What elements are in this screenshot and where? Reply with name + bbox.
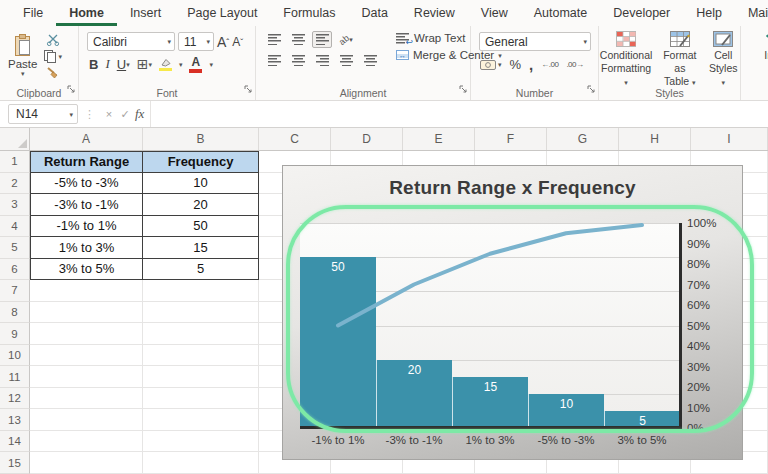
row-header-13[interactable]: 13 <box>0 409 30 431</box>
cell-A14[interactable] <box>30 431 143 453</box>
tab-file[interactable]: File <box>10 2 56 26</box>
font-size-select[interactable]: 11▾ <box>178 32 214 51</box>
orientation-button[interactable]: ab▾ <box>336 31 356 48</box>
tab-data[interactable]: Data <box>348 2 400 26</box>
cell-A2[interactable]: -5% to -3% <box>30 173 143 195</box>
middle-align-button[interactable] <box>288 31 308 48</box>
cell-B15[interactable] <box>143 452 259 474</box>
column-header-F[interactable]: F <box>475 128 547 150</box>
cell-A11[interactable] <box>30 366 143 388</box>
increase-font-size-button[interactable]: Aˆ <box>217 34 229 50</box>
cell-B13[interactable] <box>143 409 259 431</box>
tab-mailings[interactable]: Mailings <box>735 2 768 26</box>
column-header-I[interactable]: I <box>691 128 768 150</box>
column-header-B[interactable]: B <box>143 128 259 150</box>
cell-styles-button[interactable]: Cell Styles ▾ <box>706 31 740 88</box>
column-header-D[interactable]: D <box>331 128 403 150</box>
cell-B3[interactable]: 20 <box>143 194 259 216</box>
tab-formulas[interactable]: Formulas <box>270 2 348 26</box>
italic-button[interactable]: I <box>105 56 109 72</box>
tab-insert[interactable]: Insert <box>117 2 174 26</box>
row-header-5[interactable]: 5 <box>0 237 30 259</box>
conditional-formatting-button[interactable]: Conditional Formatting ▾ <box>599 31 653 88</box>
decrease-decimal-button[interactable]: .00→ <box>566 60 583 69</box>
enter-icon[interactable]: ✓ <box>117 108 133 121</box>
row-header-1[interactable]: 1 <box>0 151 30 173</box>
align-center-button[interactable] <box>288 52 308 69</box>
row-header-2[interactable]: 2 <box>0 173 30 195</box>
bold-button[interactable]: B <box>89 57 98 72</box>
column-header-E[interactable]: E <box>403 128 475 150</box>
cell-A10[interactable] <box>30 345 143 367</box>
row-header-3[interactable]: 3 <box>0 194 30 216</box>
decrease-indent-button[interactable] <box>336 52 356 69</box>
cell-B14[interactable] <box>143 431 259 453</box>
cell-B11[interactable] <box>143 366 259 388</box>
increase-indent-button[interactable] <box>360 52 380 69</box>
tab-home[interactable]: Home <box>56 2 117 26</box>
insert-function-button[interactable]: fx <box>135 106 144 122</box>
column-header-C[interactable]: C <box>259 128 331 150</box>
tab-page-layout[interactable]: Page Layout <box>174 2 270 26</box>
insert-cells-button[interactable]: Inser ▾ <box>764 31 768 69</box>
comma-style-button[interactable]: , <box>529 56 533 73</box>
cell-A3[interactable]: -3% to -1% <box>30 194 143 216</box>
cell-B2[interactable]: 10 <box>143 173 259 195</box>
clipboard-dialog-launcher[interactable] <box>67 79 75 97</box>
column-header-G[interactable]: G <box>547 128 619 150</box>
cut-button[interactable] <box>43 33 62 46</box>
row-header-15[interactable]: 15 <box>0 452 30 474</box>
cell-B12[interactable] <box>143 388 259 410</box>
underline-button[interactable]: U▾ <box>117 57 130 72</box>
cell-B7[interactable] <box>143 280 259 302</box>
cell-B4[interactable]: 50 <box>143 216 259 238</box>
row-header-4[interactable]: 4 <box>0 216 30 238</box>
cell-B8[interactable] <box>143 302 259 324</box>
name-box[interactable]: N14▾ <box>8 104 78 124</box>
font-name-select[interactable]: Calibri▾ <box>87 32 175 51</box>
align-left-button[interactable] <box>264 52 284 69</box>
top-align-button[interactable] <box>264 31 284 48</box>
row-header-14[interactable]: 14 <box>0 431 30 453</box>
increase-decimal-button[interactable]: ←.00 <box>541 60 558 69</box>
cell-B5[interactable]: 15 <box>143 237 259 259</box>
number-format-select[interactable]: General▾ <box>479 32 591 51</box>
formula-input[interactable] <box>150 101 768 127</box>
row-header-6[interactable]: 6 <box>0 259 30 281</box>
row-header-12[interactable]: 12 <box>0 388 30 410</box>
cell-B6[interactable]: 5 <box>143 259 259 281</box>
cell-A5[interactable]: 1% to 3% <box>30 237 143 259</box>
font-color-button[interactable]: A <box>189 56 202 73</box>
cell-A7[interactable] <box>30 280 143 302</box>
row-header-9[interactable]: 9 <box>0 323 30 345</box>
cell-A8[interactable] <box>30 302 143 324</box>
tab-review[interactable]: Review <box>401 2 468 26</box>
cell-B1[interactable]: Frequency <box>143 151 259 173</box>
cancel-icon[interactable]: × <box>101 108 117 120</box>
cell-A9[interactable] <box>30 323 143 345</box>
format-as-table-button[interactable]: Format as Table ▾ <box>657 31 702 88</box>
formula-bar-grip[interactable]: ⋮ <box>84 108 95 121</box>
number-dialog-launcher[interactable] <box>587 79 595 97</box>
column-header-A[interactable]: A <box>30 128 143 150</box>
bottom-align-button[interactable] <box>312 31 332 48</box>
row-header-7[interactable]: 7 <box>0 280 30 302</box>
decrease-font-size-button[interactable]: Aˇ <box>232 35 243 49</box>
tab-automate[interactable]: Automate <box>521 2 601 26</box>
cell-A1[interactable]: Return Range <box>30 151 143 173</box>
cell-A6[interactable]: 3% to 5% <box>30 259 143 281</box>
cell-A4[interactable]: -1% to 1% <box>30 216 143 238</box>
tab-developer[interactable]: Developer <box>600 2 683 26</box>
row-header-10[interactable]: 10 <box>0 345 30 367</box>
column-header-H[interactable]: H <box>619 128 691 150</box>
cell-B10[interactable] <box>143 345 259 367</box>
select-all-corner[interactable] <box>0 128 30 150</box>
percent-style-button[interactable]: % <box>510 57 522 72</box>
copy-button[interactable]: ▾ <box>43 49 62 63</box>
cell-A13[interactable] <box>30 409 143 431</box>
cell-A12[interactable] <box>30 388 143 410</box>
borders-button[interactable]: ⊞▾ <box>137 56 152 72</box>
row-header-8[interactable]: 8 <box>0 302 30 324</box>
format-painter-button[interactable] <box>43 66 62 79</box>
font-dialog-launcher[interactable] <box>244 79 252 97</box>
